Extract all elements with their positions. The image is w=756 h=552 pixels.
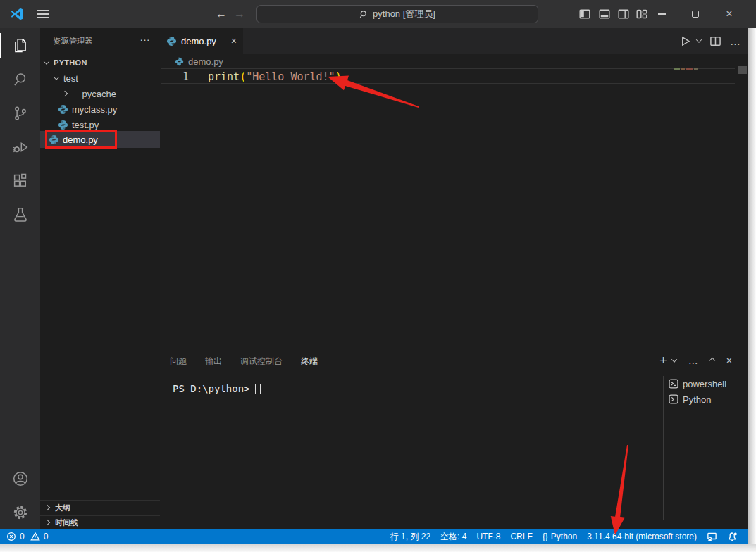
minimap-code-mark (674, 68, 680, 70)
toggle-sidebar-icon[interactable] (579, 8, 590, 20)
split-editor-icon[interactable] (709, 35, 721, 47)
tree-root-label: PYTHON (54, 58, 87, 67)
run-dropdown-icon[interactable] (696, 37, 702, 42)
beaker-icon (11, 206, 30, 224)
timeline-section[interactable]: 时间线 (40, 515, 160, 529)
window-minimize-button[interactable] (650, 0, 674, 28)
panel-actions: + … × (659, 355, 732, 366)
tab-debug-console[interactable]: 调试控制台 (240, 356, 283, 372)
terminal-instance-label: Python (683, 394, 711, 405)
code-line-1: print("Hello World!") (208, 70, 342, 84)
braces-icon: {} (543, 532, 548, 541)
code-editor-surface[interactable] (160, 69, 738, 349)
warning-icon (30, 532, 40, 541)
activity-settings[interactable] (0, 496, 40, 529)
tree-item-label: myclass.py (72, 104, 117, 115)
status-python-interpreter[interactable]: 3.11.4 64-bit (microsoft store) (587, 532, 697, 541)
activity-explorer[interactable] (0, 29, 40, 63)
window-close-button[interactable]: × (717, 0, 741, 28)
minimap-code-mark (694, 68, 698, 70)
bottom-panel: 问题 输出 调试控制台 终端 + … × PS D:\python> power… (160, 349, 748, 529)
problems-status[interactable]: 0 0 (6, 529, 48, 544)
error-icon (6, 532, 16, 541)
terminal-instance-powershell[interactable]: powershell (669, 377, 750, 391)
menu-icon[interactable] (37, 10, 49, 18)
token-paren-open: ( (240, 70, 246, 83)
activity-account[interactable] (0, 462, 40, 496)
status-language-mode[interactable]: {} Python (543, 532, 577, 541)
line-number: 1 (175, 70, 189, 84)
gear-icon (11, 503, 30, 522)
notifications-bell-icon[interactable] (727, 532, 738, 542)
minimap[interactable] (674, 68, 698, 70)
tree-item-myclass[interactable]: myclass.py (40, 101, 160, 117)
status-indentation[interactable]: 空格: 4 (440, 531, 466, 543)
activity-extensions[interactable] (0, 164, 40, 198)
activity-testing[interactable] (0, 198, 40, 232)
command-center-search[interactable]: python [管理员] (256, 5, 538, 23)
tree-item-label: test.py (72, 120, 99, 130)
source-control-icon (11, 104, 30, 123)
tree-item-label: __pycache__ (72, 89, 126, 99)
tab-output[interactable]: 输出 (205, 356, 222, 372)
sidebar-more-actions[interactable]: … (140, 31, 150, 43)
minimap-code-mark (681, 68, 685, 70)
chevron-down-icon (44, 58, 49, 64)
outline-label: 大纲 (55, 503, 70, 513)
terminal-dropdown-icon[interactable] (671, 356, 677, 362)
editor-scrollbar[interactable] (738, 66, 747, 74)
close-panel-icon[interactable]: × (726, 355, 732, 366)
editor-more-actions[interactable]: … (730, 35, 740, 47)
breadcrumb-item[interactable]: demo.py (188, 56, 223, 67)
python-file-icon (166, 36, 177, 46)
timeline-label: 时间线 (55, 518, 78, 528)
page-scroll-gutter (748, 28, 756, 544)
status-eol[interactable]: CRLF (510, 532, 532, 541)
account-icon (11, 470, 30, 488)
tab-demo-py[interactable]: demo.py × (160, 28, 243, 54)
customize-layout-icon[interactable] (636, 8, 647, 20)
activity-run-debug[interactable] (0, 130, 40, 164)
outline-section[interactable]: 大纲 (40, 500, 160, 515)
terminal-list-separator (663, 376, 664, 520)
tab-terminal[interactable]: 终端 (301, 356, 318, 372)
tab-close-icon[interactable]: × (231, 35, 237, 46)
status-line-col[interactable]: 行 1, 列 22 (390, 531, 430, 543)
feedback-icon[interactable] (707, 532, 717, 542)
tree-root-python[interactable]: PYTHON (40, 55, 160, 70)
token-function: print (208, 70, 240, 83)
tree-item-pycache[interactable]: __pycache__ (40, 86, 160, 101)
toggle-secondary-sidebar-icon[interactable] (618, 8, 629, 20)
tree-item-label: test (63, 73, 78, 84)
close-icon: × (726, 8, 732, 20)
run-button-icon[interactable] (679, 35, 691, 47)
files-icon (11, 37, 30, 55)
editor-tab-bar: demo.py × … (160, 28, 748, 54)
terminal-cursor (255, 384, 261, 394)
title-bar: ← → python [管理员] × (0, 0, 756, 28)
nav-back-icon[interactable]: ← (216, 6, 227, 22)
panel-more-icon[interactable]: … (688, 355, 698, 366)
run-debug-icon (11, 138, 30, 156)
toggle-panel-icon[interactable] (599, 8, 610, 20)
status-bar-right: 行 1, 列 22 空格: 4 UTF-8 CRLF {} Python 3.1… (390, 529, 738, 544)
activity-source-control[interactable] (0, 96, 40, 130)
maximize-panel-icon[interactable] (709, 358, 715, 363)
chevron-right-icon (44, 520, 50, 525)
search-value: python [管理员] (373, 8, 435, 20)
error-count: 0 (20, 532, 25, 541)
nav-forward-icon[interactable]: → (234, 6, 245, 22)
terminal-prompt-line: PS D:\python> (173, 383, 261, 394)
terminal-instance-python[interactable]: Python (669, 392, 750, 406)
warning-count: 0 (44, 532, 49, 541)
maximize-icon (692, 11, 699, 18)
new-terminal-icon[interactable]: + (659, 355, 667, 366)
token-paren-close: ) (335, 70, 342, 83)
window-maximize-button[interactable] (683, 0, 707, 28)
tab-problems[interactable]: 问题 (170, 356, 187, 372)
language-label: Python (551, 532, 577, 541)
status-encoding[interactable]: UTF-8 (476, 532, 500, 541)
activity-search[interactable] (0, 63, 40, 96)
chevron-right-icon (44, 505, 50, 510)
tree-item-test[interactable]: test (40, 70, 160, 86)
